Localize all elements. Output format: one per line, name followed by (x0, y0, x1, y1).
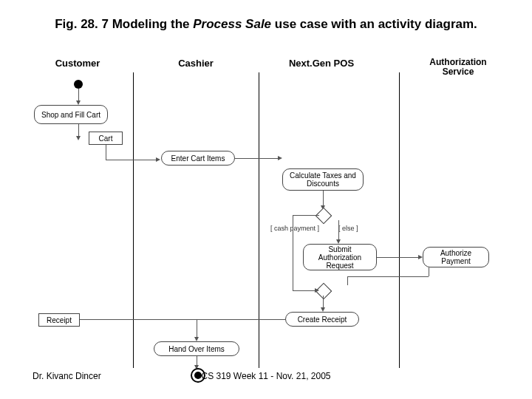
title-suffix: use case with an activity diagram. (271, 17, 477, 31)
arrowhead (76, 136, 81, 140)
title-italic: Process Sale (193, 17, 271, 31)
arrowhead (315, 288, 319, 293)
activity-create-receipt: Create Receipt (285, 312, 359, 327)
initial-node (74, 80, 83, 89)
edge (197, 319, 197, 338)
edge (74, 319, 285, 320)
edge (347, 276, 429, 277)
edge (235, 158, 279, 159)
activity-hand-over: Hand Over Items (154, 341, 239, 356)
edge (323, 191, 324, 207)
edge (293, 215, 293, 290)
edge (347, 276, 348, 285)
activity-enter-cart: Enter Cart Items (161, 151, 235, 166)
guard-else: [ else ] (338, 225, 358, 232)
decision-payment (316, 208, 332, 225)
title-prefix: Fig. 28. 7 Modeling the (55, 17, 193, 31)
activity-calc-taxes: Calculate Taxes and Discounts (282, 168, 364, 191)
activity-authorize: Authorize Payment (423, 247, 489, 267)
edge (377, 257, 420, 258)
guard-cash: [ cash payment ] (270, 225, 319, 232)
edge (293, 215, 319, 216)
lane-auth: Authorization Service (414, 58, 502, 77)
lane-divider-1 (133, 72, 134, 368)
lane-divider-3 (399, 72, 400, 368)
edge (338, 220, 339, 241)
lane-cashier: Cashier (159, 58, 233, 69)
object-cart: Cart (89, 132, 123, 145)
lane-customer: Customer (37, 58, 118, 69)
activity-submit-auth: Submit Authorization Request (303, 244, 377, 270)
activity-shop-fill-cart: Shop and Fill Cart (34, 105, 108, 124)
arrowhead (156, 157, 160, 162)
arrowhead (278, 156, 282, 160)
edge (429, 267, 429, 276)
swimlane-area: Customer Cashier Next.Gen POS Authorizat… (30, 58, 502, 368)
edge (293, 290, 318, 291)
lane-pos: Next.Gen POS (277, 58, 366, 69)
object-receipt: Receipt (38, 313, 80, 327)
lane-divider-2 (259, 72, 259, 368)
footer-course: CS 319 Week 11 - Nov. 21, 2005 (0, 371, 532, 381)
edge (106, 145, 106, 160)
figure-title: Fig. 28. 7 Modeling the Process Sale use… (0, 16, 532, 32)
edge (106, 160, 157, 160)
